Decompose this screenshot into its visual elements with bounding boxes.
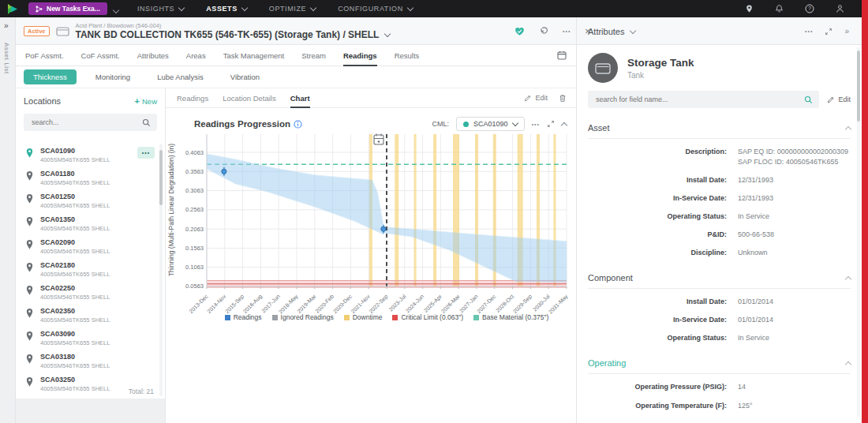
- pencil-icon: [524, 94, 532, 102]
- nav-menu-optimize[interactable]: OPTIMIZE: [269, 5, 316, 13]
- downtime-band: [414, 134, 417, 286]
- attributes-expand-icon[interactable]: [825, 28, 832, 36]
- chart-tab-readings[interactable]: Readings: [177, 88, 208, 107]
- subtab-monitoring[interactable]: Monitoring: [88, 69, 138, 84]
- field-search-input[interactable]: [594, 95, 799, 104]
- location-list-item[interactable]: SCA011804005SM546TK655 SHELL: [16, 167, 159, 189]
- edit-button[interactable]: Edit: [524, 94, 548, 102]
- locations-list: SCA010904005SM546TK655 SHELL•••SCA011804…: [16, 144, 159, 396]
- location-item-text: SCA032504005SM546TK655 SHELL: [40, 376, 110, 392]
- status-badge: Active: [24, 26, 50, 36]
- tank-avatar-icon: [595, 62, 611, 74]
- location-pin-icon: [25, 285, 34, 296]
- field-value: In Service: [738, 333, 769, 343]
- locations-search-input[interactable]: [30, 118, 142, 127]
- workspace-branch-icon: [36, 6, 43, 13]
- location-list-item[interactable]: SCA020904005SM546TK655 SHELL: [16, 235, 159, 258]
- collapse-panel-icon[interactable]: »: [844, 27, 849, 36]
- x-tick-label: 2024-Jun: [405, 294, 425, 314]
- main-menu: INSIGHTSASSETSOPTIMIZECONFIGURATION: [126, 5, 424, 13]
- tab-stream[interactable]: Stream: [301, 45, 326, 66]
- downtime-band: [453, 134, 459, 286]
- reading-point[interactable]: [381, 226, 386, 231]
- downtime-band: [395, 134, 398, 286]
- attributes-chevron-down-icon[interactable]: [630, 27, 636, 33]
- delete-trash-icon[interactable]: [559, 94, 567, 103]
- location-item-text: SCA011804005SM546TK655 SHELL: [40, 170, 110, 186]
- nav-menu-label: ASSETS: [206, 5, 238, 13]
- attributes-sections: AssetDescription:SAP EQ ID: 000000000002…: [577, 118, 862, 423]
- title-chevron-down-icon[interactable]: [384, 31, 391, 37]
- tab-task-management[interactable]: Task Management: [223, 45, 285, 66]
- legend-item: Downtime: [344, 313, 383, 321]
- location-list-item[interactable]: SCA010904005SM546TK655 SHELL•••: [16, 144, 159, 167]
- location-list-item[interactable]: SCA031804005SM546TK655 SHELL: [16, 350, 159, 372]
- locations-scrollbar-thumb[interactable]: [159, 150, 163, 205]
- breadcrumb[interactable]: Acid Plant / Blowdown (546-004): [76, 22, 391, 29]
- tab-cof-assmt-[interactable]: CoF Assmt.: [81, 45, 120, 66]
- today-calendar-icon: [374, 134, 383, 145]
- attribute-field: Operating Status:In Service: [588, 333, 851, 343]
- tab-results[interactable]: Results: [395, 45, 420, 66]
- reading-point[interactable]: [222, 169, 226, 174]
- field-value: Unknown: [738, 248, 768, 258]
- tab-pof-assmt-[interactable]: PoF Assmt.: [25, 45, 64, 66]
- subtab-lube-analysis[interactable]: Lube Analysis: [149, 69, 211, 84]
- help-icon[interactable]: ?: [805, 4, 814, 13]
- location-list-item[interactable]: SCA033504005SM546TK655 SHELL: [16, 395, 159, 396]
- location-list-item[interactable]: SCA023504005SM546TK655 SHELL: [16, 304, 159, 327]
- chevron-up-icon[interactable]: [845, 276, 851, 283]
- field-label: Operating Pressure (PSIG):: [588, 382, 727, 391]
- attribute-field: In-Service Date:01/01/2014: [588, 315, 851, 325]
- tab-readings[interactable]: Readings: [343, 45, 377, 66]
- notifications-bell-icon[interactable]: [775, 4, 784, 13]
- attributes-scrollbar[interactable]: [857, 47, 860, 417]
- attributes-more-options-icon[interactable]: •••: [805, 28, 813, 34]
- more-options-icon[interactable]: •••: [563, 28, 571, 34]
- attributes-edit-button[interactable]: Edit: [827, 95, 851, 103]
- chart-tab-chart[interactable]: Chart: [290, 88, 310, 107]
- location-list-item[interactable]: SCA022504005SM546TK655 SHELL: [16, 281, 159, 304]
- field-label: In-Service Date:: [588, 193, 727, 203]
- field-label: Operating Temperature (F):: [588, 401, 727, 410]
- tab-attributes[interactable]: Attributes: [137, 45, 169, 66]
- expand-asset-list-icon[interactable]: »: [4, 21, 9, 30]
- location-list-item[interactable]: SCA012504005SM546TK655 SHELL: [16, 189, 159, 212]
- locations-total: Total: 21: [129, 387, 154, 395]
- locations-panel-footer: [16, 399, 166, 423]
- new-location-button[interactable]: +New: [135, 96, 157, 106]
- legend-item: Base Material (0.375"): [473, 313, 548, 321]
- attributes-scrollbar-thumb[interactable]: [857, 51, 860, 122]
- workspace-caret: [114, 2, 118, 16]
- nav-menu-assets[interactable]: ASSETS: [206, 5, 247, 13]
- chevron-up-icon[interactable]: [845, 125, 851, 132]
- health-heart-icon[interactable]: [514, 27, 525, 36]
- subtab-thickness[interactable]: Thickness: [24, 69, 77, 84]
- location-more-options-icon[interactable]: •••: [137, 147, 155, 159]
- location-list-item[interactable]: SCA013504005SM546TK655 SHELL: [16, 212, 159, 235]
- locations-scrollbar[interactable]: [159, 144, 163, 396]
- subtab-vibration[interactable]: Vibration: [223, 69, 268, 84]
- chevron-up-icon[interactable]: [845, 361, 851, 368]
- location-icon[interactable]: [745, 4, 754, 13]
- x-tick-label: 2029-Sep: [512, 294, 533, 315]
- tab-areas[interactable]: Areas: [186, 45, 206, 66]
- y-axis-title: Thinning (Multi-Path Linear Degradation)…: [167, 144, 175, 276]
- asset-list-rail-label: Asset List: [3, 43, 10, 74]
- chevron-down-icon[interactable]: [113, 7, 119, 13]
- nav-menu-configuration[interactable]: CONFIGURATION: [338, 5, 413, 13]
- location-list-item[interactable]: SCA030904005SM546TK655 SHELL: [16, 327, 159, 350]
- workspace-switcher[interactable]: New Tasks Exa...: [28, 2, 107, 15]
- nav-menu-insights[interactable]: INSIGHTS: [137, 5, 184, 13]
- svg-text:?: ?: [808, 6, 811, 11]
- chart-tab-location-details[interactable]: Location Details: [223, 88, 276, 107]
- attributes-panel-title: Attributes: [588, 27, 624, 36]
- location-list-item[interactable]: SCA021804005SM546TK655 SHELL: [16, 258, 159, 281]
- legend-label: Critical Limit (0.063"): [401, 313, 463, 321]
- calendar-icon[interactable]: [557, 51, 567, 60]
- location-item-text: SCA023504005SM546TK655 SHELL: [40, 307, 110, 324]
- profile-icon[interactable]: [836, 4, 844, 13]
- undo-icon[interactable]: [539, 27, 548, 36]
- location-code: SCA03090: [40, 330, 110, 339]
- attribute-field: Discipline:Unknown: [588, 248, 851, 258]
